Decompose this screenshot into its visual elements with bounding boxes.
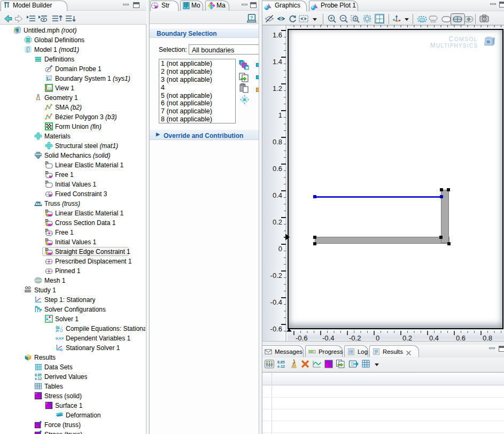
svg-text:0.2: 0.2 <box>273 218 282 226</box>
svg-text:-0.6: -0.6 <box>270 325 282 333</box>
svg-text:-0.6: -0.6 <box>296 334 307 341</box>
svg-text:0: 0 <box>278 245 282 253</box>
svg-text:1: 1 <box>278 111 282 119</box>
svg-text:0.4: 0.4 <box>429 334 439 341</box>
svg-text:0.8: 0.8 <box>483 334 492 341</box>
svg-text:-0.2: -0.2 <box>349 334 361 341</box>
svg-text:1.2: 1.2 <box>273 84 282 92</box>
svg-text:0.6: 0.6 <box>273 165 282 173</box>
svg-text:1.4: 1.4 <box>273 58 282 66</box>
svg-text:0.2: 0.2 <box>402 334 412 341</box>
svg-text:0: 0 <box>376 334 379 341</box>
svg-text:-0.2: -0.2 <box>270 272 282 280</box>
svg-text:-0.4: -0.4 <box>270 298 282 306</box>
svg-text:0.8: 0.8 <box>273 138 282 146</box>
svg-text:e-12: e-12 <box>277 365 285 368</box>
svg-text:0.4: 0.4 <box>273 191 282 199</box>
svg-text:-0.4: -0.4 <box>322 334 334 341</box>
svg-text:1.6: 1.6 <box>273 31 282 39</box>
svg-text:?: ? <box>250 14 253 20</box>
svg-text:8.85: 8.85 <box>277 360 285 364</box>
svg-text:0.6: 0.6 <box>456 334 466 341</box>
